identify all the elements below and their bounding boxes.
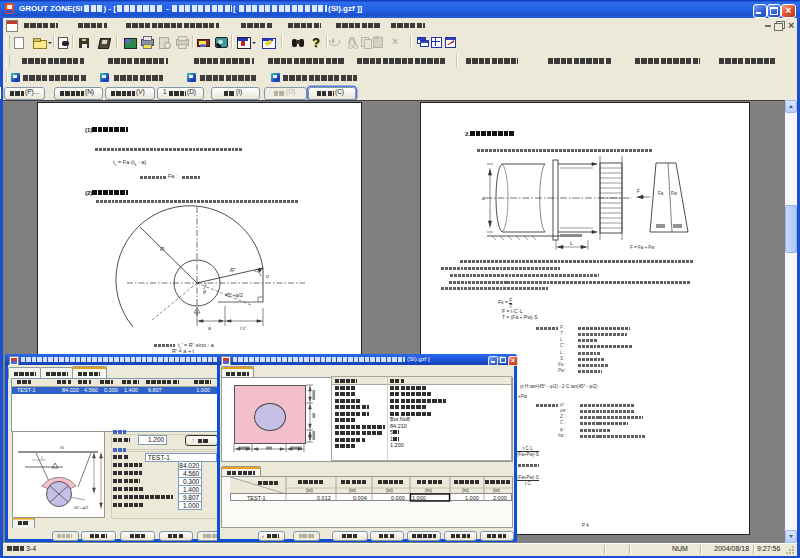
svg-text:a: a [208,325,211,331]
svg-text:R: R [160,246,165,252]
svg-text:F: F [637,189,640,194]
svg-text:GL: GL [60,446,65,450]
svg-text:45°+φ/2: 45°+φ/2 [74,505,89,510]
svg-text:t c': t c' [240,325,247,331]
svg-text:R': R' [230,267,236,273]
svg-text:Fa: Fa [658,191,664,196]
svg-text:a: a [482,195,485,201]
svg-text:α: α [266,273,269,279]
svg-text:Fw: Fw [671,191,678,196]
svg-text:45°+φ/2: 45°+φ/2 [225,292,243,298]
svg-text:θ: θ [203,289,206,295]
svg-text:L: L [570,240,573,246]
